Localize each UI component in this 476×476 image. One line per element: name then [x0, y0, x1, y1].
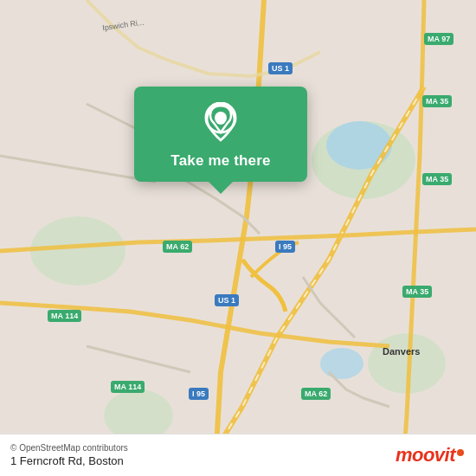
badge-us1-mid: US 1 — [215, 294, 239, 306]
svg-point-9 — [215, 114, 226, 125]
map-container: US 1 MA 97 MA 35 MA 35 MA 35 MA 62 I 95 … — [0, 0, 476, 476]
badge-danvers: Danvers — [379, 344, 423, 358]
badge-i95-top: I 95 — [275, 241, 295, 253]
badge-ma114-bot: MA 114 — [111, 381, 145, 393]
badge-ma35-bot: MA 35 — [402, 286, 432, 298]
address-line: 1 Ferncroft Rd, Boston — [10, 454, 128, 467]
attribution: © OpenStreetMap contributors — [10, 443, 128, 453]
badge-ma35-top: MA 35 — [422, 95, 452, 107]
svg-point-5 — [326, 121, 392, 170]
popup-label[interactable]: Take me there — [170, 152, 270, 170]
bottom-bar: © OpenStreetMap contributors 1 Ferncroft… — [0, 434, 476, 476]
svg-point-6 — [320, 348, 363, 379]
location-icon-wrap — [200, 102, 241, 144]
badge-ma35-mid: MA 35 — [422, 173, 452, 185]
moovit-dot — [457, 449, 464, 456]
badge-i95-bot: I 95 — [189, 388, 209, 400]
pin-icon — [205, 104, 236, 142]
badge-us1-top: US 1 — [268, 62, 293, 74]
moovit-logo: moovit — [396, 444, 464, 466]
moovit-brand-text: moovit — [396, 444, 455, 466]
badge-ma114: MA 114 — [48, 310, 81, 322]
badge-ma97: MA 97 — [424, 33, 453, 45]
popup-card[interactable]: Take me there — [134, 87, 307, 182]
badge-ma62-left: MA 62 — [163, 241, 192, 253]
badge-ma62-bot: MA 62 — [301, 388, 331, 400]
map-roads — [0, 0, 476, 476]
svg-point-2 — [30, 216, 125, 286]
